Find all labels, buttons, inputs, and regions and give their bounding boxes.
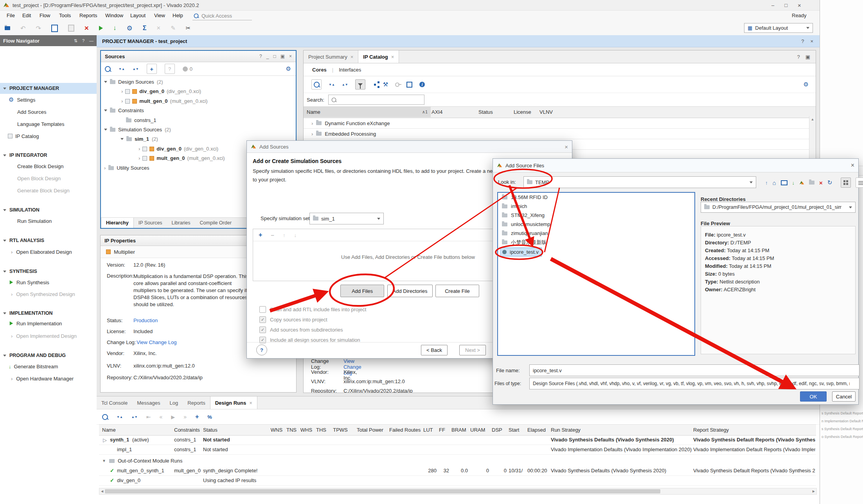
quick-access-input[interactable]: Quick Access <box>192 12 252 20</box>
group-by-icon[interactable] <box>374 84 376 86</box>
file-item[interactable]: STM32_Xifeng <box>498 211 694 220</box>
step-forward-icon[interactable]: » <box>183 414 187 420</box>
tab-log[interactable]: Log <box>165 396 183 409</box>
catalog-col-axi4[interactable]: AXI4 <box>431 109 442 115</box>
subtab-cores[interactable]: Cores <box>312 67 327 73</box>
expanded-icon[interactable] <box>104 81 107 83</box>
menu-layout[interactable]: Layout <box>130 13 146 18</box>
tree-row[interactable]: Design Sources (2) <box>104 79 163 85</box>
sidebar-item-settings[interactable]: ⚙Settings <box>0 95 97 105</box>
sidebar-item-language-templates[interactable]: Language Templates <box>0 119 97 129</box>
file-item[interactable]: 13.56M RFID ID <box>498 193 694 202</box>
copy-icon[interactable] <box>68 25 74 32</box>
generate-bitstream-icon[interactable]: ↓ <box>113 24 117 32</box>
file-item[interactable]: zimutiquruanjian <box>498 229 694 238</box>
checkbox-icon[interactable] <box>259 306 266 313</box>
tree-row[interactable]: ›Utility Sources <box>104 165 149 171</box>
settings-gear-icon[interactable]: ⚙ <box>126 24 132 32</box>
delete-icon[interactable]: × <box>85 24 89 32</box>
create-run-icon[interactable]: + <box>195 413 199 420</box>
step-back-icon[interactable]: « <box>159 414 162 420</box>
help-icon[interactable]: ? <box>259 54 262 59</box>
gear-icon[interactable]: ⚙ <box>286 65 291 72</box>
search-icon[interactable] <box>102 414 108 420</box>
maximize-icon[interactable]: □ <box>784 2 787 8</box>
tab-hierarchy[interactable]: Hierarchy <box>101 218 134 228</box>
new-folder-icon[interactable] <box>809 181 814 185</box>
add-sources-plus-icon[interactable]: + <box>147 64 157 74</box>
redo-icon[interactable]: ↷ <box>36 25 41 32</box>
expand-all-icon[interactable]: ▲▼ <box>133 68 139 70</box>
sidebar-item-add-sources[interactable]: Add Sources <box>0 107 97 117</box>
close-icon[interactable]: × <box>565 143 568 150</box>
sidebar-section-simulation[interactable]: SIMULATION <box>0 205 97 215</box>
menu-edit[interactable]: Edit <box>22 13 31 18</box>
tab-compile-order[interactable]: Compile Order <box>195 218 236 228</box>
delete-icon[interactable]: × <box>819 179 823 186</box>
up-directory-icon[interactable]: ↑ <box>765 180 768 186</box>
collapsed-icon[interactable]: › <box>121 88 123 94</box>
save-icon[interactable] <box>51 25 58 32</box>
subtab-interfaces[interactable]: Interfaces <box>339 67 361 73</box>
close-icon[interactable]: × <box>851 162 854 169</box>
close-icon[interactable]: × <box>798 2 801 9</box>
menu-help[interactable]: Help <box>173 13 183 18</box>
collapsed-icon[interactable]: › <box>138 155 140 161</box>
menu-tools[interactable]: Tools <box>59 13 71 18</box>
close-icon[interactable]: × <box>249 400 252 406</box>
maximize-panel-icon[interactable]: □ <box>273 54 276 59</box>
search-icon[interactable] <box>311 79 322 90</box>
checkbox-checked-icon[interactable] <box>259 316 266 323</box>
cancel-run-icon[interactable]: × <box>156 24 160 32</box>
changelog-link[interactable]: View Change Log <box>137 339 176 345</box>
sidebar-item-run-implementation[interactable]: Run Implementation <box>0 318 97 328</box>
next-button[interactable]: Next > <box>459 345 486 355</box>
sidebar-item-ip-catalog[interactable]: IP Catalog <box>0 131 97 141</box>
tree-row[interactable]: Simulation Sources (2) <box>104 127 171 133</box>
look-in-select[interactable]: TEMP <box>523 176 756 188</box>
menu-reports[interactable]: Reports <box>79 13 97 18</box>
recent-directories-select[interactable]: D:/ProgramFiles/FPGA/mul_project_01/mul_… <box>701 202 856 213</box>
sidebar-item-run-simulation[interactable]: Run Simulation <box>0 216 97 226</box>
collapsed-icon[interactable]: › <box>311 120 313 126</box>
expander-icon[interactable]: ▷ <box>103 437 107 443</box>
expand-all-icon[interactable]: ▲▼ <box>342 84 348 86</box>
help-icon[interactable]: ? <box>797 54 800 60</box>
help-boxed-icon[interactable]: ? <box>165 64 175 74</box>
help-icon[interactable]: ? <box>82 38 85 43</box>
collapse-all-icon[interactable]: ▼▲ <box>329 84 335 86</box>
close-icon[interactable]: × <box>810 38 813 44</box>
back-button[interactable]: < Back <box>421 345 448 355</box>
remove-file-icon[interactable]: − <box>271 232 274 239</box>
gear-icon[interactable]: ⚙ <box>804 81 809 88</box>
menu-window[interactable]: Window <box>105 13 123 18</box>
sidebar-section-synthesis[interactable]: SYNTHESIS <box>0 266 97 276</box>
sidebar-section-ip-integrator[interactable]: IP INTEGRATOR <box>0 150 97 160</box>
catalog-col-vlnv[interactable]: VLNV <box>539 109 553 115</box>
scroll-right-icon[interactable]: ▶ <box>811 490 816 493</box>
tab-tcl-console[interactable]: Tcl Console <box>97 396 132 409</box>
catalog-row[interactable]: ›Embedded Processing <box>304 129 816 139</box>
collapsed-icon[interactable]: › <box>104 165 106 171</box>
checkbox-add-subdirectories[interactable]: Add sources from subdirectories <box>259 326 343 333</box>
scrollbar-horizontal[interactable]: ◀ ▶ <box>99 488 817 495</box>
expanded-icon[interactable] <box>104 129 107 131</box>
desktop-icon[interactable] <box>781 180 787 185</box>
design-run-row[interactable]: impl_1 constrs_1 Not started Vivado Impl… <box>99 445 816 455</box>
pencil-icon[interactable]: ✎ <box>171 25 176 32</box>
menu-flow[interactable]: Flow <box>40 13 50 18</box>
undo-icon[interactable]: ↶ <box>20 25 25 32</box>
scissors-icon[interactable]: ✂ <box>186 25 191 32</box>
tree-row[interactable]: Constraints <box>104 108 144 113</box>
tab-project-summary[interactable]: Project Summary× <box>304 50 358 63</box>
ok-button[interactable]: OK <box>800 391 827 402</box>
add-files-button[interactable]: Add Files <box>340 285 384 297</box>
percent-icon[interactable]: % <box>207 414 212 420</box>
search-icon[interactable] <box>105 66 111 72</box>
files-of-type-select[interactable]: Design Source Files (.vhd, vhdl, vhf, vh… <box>529 378 859 389</box>
minimize-panel-icon[interactable]: _ <box>266 54 269 59</box>
catalog-row[interactable]: ›Dynamic Function eXchange <box>304 118 816 129</box>
tree-row[interactable]: constrs_1 <box>126 117 156 123</box>
minimize-panel-icon[interactable]: — <box>89 38 93 43</box>
design-run-row[interactable]: ✓ div_gen_0 Using cached IP results <box>99 475 816 486</box>
